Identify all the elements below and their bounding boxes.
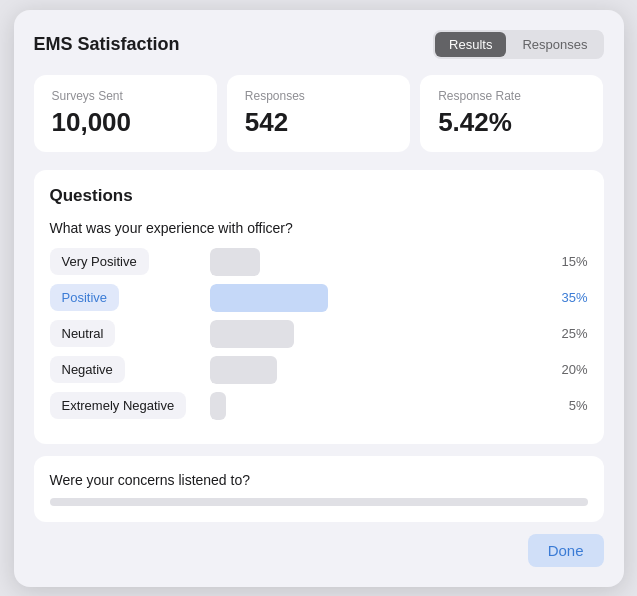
bar-track-very-positive: [210, 248, 548, 276]
bar-row-extremely-negative: Extremely Negative 5%: [50, 392, 588, 420]
tab-responses[interactable]: Responses: [508, 32, 601, 57]
bar-track-extremely-negative: [210, 392, 548, 420]
bar-track-negative: [210, 356, 548, 384]
questions-section-title: Questions: [50, 186, 588, 206]
question2-section: Were your concerns listened to?: [34, 456, 604, 522]
modal-container: EMS Satisfaction Results Responses Surve…: [14, 10, 624, 587]
tab-group: Results Responses: [433, 30, 603, 59]
question1-title: What was your experience with officer?: [50, 220, 588, 236]
stat-responses: Responses 542: [227, 75, 410, 152]
bar-track-neutral: [210, 320, 548, 348]
bar-label-negative: Negative: [50, 356, 125, 383]
stat-surveys-sent-value: 10,000: [52, 107, 199, 138]
stat-surveys-sent: Surveys Sent 10,000: [34, 75, 217, 152]
questions-section: Questions What was your experience with …: [34, 170, 604, 444]
stat-responses-value: 542: [245, 107, 392, 138]
question2-title: Were your concerns listened to?: [50, 472, 588, 488]
bar-label-very-positive: Very Positive: [50, 248, 149, 275]
question2-mini-bar: [50, 498, 588, 506]
bar-label-neutral: Neutral: [50, 320, 116, 347]
bar-percent-extremely-negative: 5%: [548, 398, 588, 413]
stat-surveys-sent-label: Surveys Sent: [52, 89, 199, 103]
bar-row-negative: Negative 20%: [50, 356, 588, 384]
modal-title: EMS Satisfaction: [34, 34, 180, 55]
bar-row-positive: Positive 35%: [50, 284, 588, 312]
stat-response-rate-value: 5.42%: [438, 107, 585, 138]
bar-label-positive: Positive: [50, 284, 120, 311]
bar-fill-extremely-negative: [210, 392, 227, 420]
stat-response-rate: Response Rate 5.42%: [420, 75, 603, 152]
bar-fill-negative: [210, 356, 278, 384]
done-button[interactable]: Done: [528, 534, 604, 567]
done-row: Done: [34, 534, 604, 567]
bar-fill-neutral: [210, 320, 295, 348]
bar-label-extremely-negative: Extremely Negative: [50, 392, 187, 419]
bar-fill-very-positive: [210, 248, 261, 276]
bar-track-positive: [210, 284, 548, 312]
modal-header: EMS Satisfaction Results Responses: [34, 30, 604, 59]
bar-row-neutral: Neutral 25%: [50, 320, 588, 348]
stat-response-rate-label: Response Rate: [438, 89, 585, 103]
bar-fill-positive: [210, 284, 328, 312]
bar-percent-neutral: 25%: [548, 326, 588, 341]
bar-row-very-positive: Very Positive 15%: [50, 248, 588, 276]
stat-responses-label: Responses: [245, 89, 392, 103]
bar-percent-very-positive: 15%: [548, 254, 588, 269]
stats-row: Surveys Sent 10,000 Responses 542 Respon…: [34, 75, 604, 152]
tab-results[interactable]: Results: [435, 32, 506, 57]
bar-percent-negative: 20%: [548, 362, 588, 377]
bar-percent-positive: 35%: [548, 290, 588, 305]
